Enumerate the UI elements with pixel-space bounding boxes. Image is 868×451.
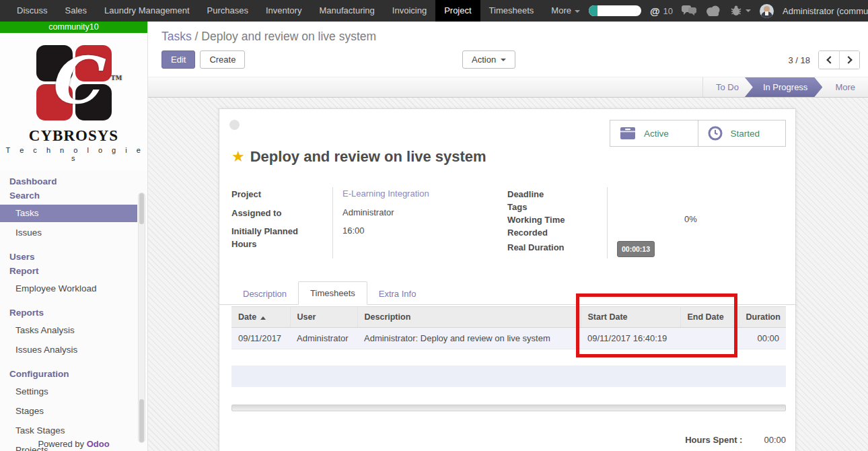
- horizontal-scrollbar[interactable]: [231, 405, 786, 411]
- menu-purchases[interactable]: Purchases: [198, 0, 257, 22]
- form-sheet: Active Started ★ Deploy and review on li…: [219, 108, 796, 451]
- sidebar-item-tasks-analysis[interactable]: Tasks Analysis: [0, 322, 147, 339]
- started-stat-button[interactable]: Started: [698, 120, 786, 146]
- menu-sales[interactable]: Sales: [57, 0, 96, 22]
- cloud-icon[interactable]: [705, 5, 721, 16]
- mentions-counter[interactable]: @ 10: [650, 5, 673, 17]
- field-label-assigned-to: Assigned to: [231, 206, 332, 224]
- menu-more[interactable]: More: [542, 0, 589, 22]
- cell-user: Administrator: [290, 328, 357, 349]
- sidebar-item-users[interactable]: Users: [0, 250, 147, 264]
- menu-discuss[interactable]: Discuss: [8, 0, 57, 22]
- cell-date: 09/11/2017: [231, 328, 290, 349]
- debug-bug-icon[interactable]: [730, 5, 751, 16]
- archive-icon: [620, 127, 636, 140]
- chat-icon[interactable]: [682, 5, 696, 16]
- cell-end-date: [680, 328, 739, 349]
- column-header-date[interactable]: Date: [231, 307, 290, 328]
- powered-by-text: Powered by: [38, 439, 84, 449]
- main-content: Tasks / Deploy and review on live system…: [148, 22, 868, 451]
- sidebar-item-stages[interactable]: Stages: [0, 403, 147, 420]
- scrollbar-thumb[interactable]: [139, 399, 144, 442]
- tab-timesheets[interactable]: Timesheets: [298, 281, 367, 305]
- breadcrumb-tasks[interactable]: Tasks: [161, 30, 192, 43]
- avatar-collar: [765, 11, 768, 15]
- sidebar-item-search[interactable]: Search: [0, 188, 147, 203]
- pager-previous-button[interactable]: [819, 51, 839, 69]
- statusbar: To Do In Progress More: [148, 77, 868, 98]
- favorite-star-icon[interactable]: ★: [231, 149, 245, 164]
- sidebar-item-configuration[interactable]: Configuration: [0, 367, 147, 381]
- stage-in-progress[interactable]: In Progress: [745, 77, 822, 97]
- hours-spent-summary: Hours Spent : 00:00: [231, 435, 786, 445]
- tab-description[interactable]: Description: [231, 283, 298, 305]
- chevron-right-icon: [844, 56, 852, 63]
- active-stat-button[interactable]: Active: [610, 120, 698, 146]
- field-value-project[interactable]: E-Learning Integration: [342, 188, 429, 199]
- stage-more[interactable]: More: [822, 77, 868, 97]
- menu-more-label: More: [551, 5, 571, 15]
- menu-project[interactable]: Project: [435, 0, 480, 22]
- trademark-mark: TM: [111, 38, 122, 118]
- table-row[interactable]: 09/11/2017 Administrator Administrator: …: [231, 328, 786, 349]
- odoo-link[interactable]: Odoo: [87, 439, 110, 449]
- cybrosys-logo-icon: CTM: [36, 45, 112, 120]
- pager-next-button[interactable]: [839, 51, 859, 69]
- pager-count: 3 / 18: [788, 55, 810, 65]
- sidebar-item-report[interactable]: Report: [0, 264, 147, 278]
- cell-description: Administrator: Deploy and review on live…: [357, 328, 581, 349]
- field-groups: Project E-Learning Integration Assigned …: [231, 187, 785, 258]
- sidebar-item-dashboard[interactable]: Dashboard: [0, 174, 147, 188]
- sidebar-item-employee-workload[interactable]: Employee Workload: [0, 280, 147, 298]
- stage-buttons: To Do In Progress More: [702, 77, 868, 97]
- menu-inventory[interactable]: Inventory: [257, 0, 310, 22]
- column-header-description[interactable]: Description: [357, 307, 581, 328]
- user-menu-label: Administrator (commun...: [783, 6, 868, 16]
- table-header-row: Date User Description Start Date End Dat…: [231, 307, 786, 328]
- stage-to-do[interactable]: To Do: [703, 77, 752, 97]
- powered-by: Powered by Odoo: [0, 439, 147, 449]
- stat-button-box: Active Started: [610, 120, 786, 147]
- column-header-start-date[interactable]: Start Date: [581, 307, 680, 328]
- column-header-duration[interactable]: Duration: [739, 307, 786, 328]
- scrollbar-thumb[interactable]: [139, 193, 144, 224]
- tab-extra-info[interactable]: Extra Info: [367, 283, 428, 305]
- sidebar-item-issues[interactable]: Issues: [0, 224, 147, 242]
- field-value-tags: [607, 200, 785, 213]
- control-panel: Tasks / Deploy and review on live system…: [148, 22, 868, 77]
- sidebar-scrollbar[interactable]: [138, 193, 145, 443]
- menu-invoicing[interactable]: Invoicing: [384, 0, 435, 22]
- breadcrumb: Tasks / Deploy and review on live system: [148, 22, 868, 44]
- field-label-working-time-recorded: Working Time Recorded: [507, 213, 607, 240]
- menu-manufacturing[interactable]: Manufacturing: [310, 0, 383, 22]
- hours-spent-value: 00:00: [764, 435, 786, 445]
- kanban-state-dot[interactable]: [229, 120, 240, 130]
- column-header-end-date[interactable]: End Date: [680, 307, 739, 328]
- task-title: Deploy and review on live system: [250, 148, 486, 166]
- company-logo: CTM CYBROSYS T e c h n o l o g i e s: [0, 33, 147, 170]
- avatar[interactable]: [760, 4, 774, 18]
- create-button[interactable]: Create: [200, 50, 245, 69]
- sidebar-item-reports[interactable]: Reports: [0, 306, 147, 320]
- timer-progress-fill: [589, 5, 598, 16]
- timer-progress-pill[interactable]: [589, 5, 641, 16]
- pager: 3 / 18: [788, 50, 860, 69]
- sidebar-item-settings[interactable]: Settings: [0, 383, 147, 401]
- column-header-user[interactable]: User: [290, 307, 357, 328]
- action-dropdown-button[interactable]: Action: [462, 50, 515, 69]
- top-navbar: Discuss Sales Laundry Management Purchas…: [0, 0, 868, 22]
- menu-laundry-management[interactable]: Laundry Management: [96, 0, 198, 22]
- field-group-right: Deadline Tags Working Time Recorded 0% R…: [507, 187, 785, 258]
- edit-button[interactable]: Edit: [161, 50, 195, 69]
- chevron-down-icon: [575, 10, 580, 13]
- sidebar-item-issues-analysis[interactable]: Issues Analysis: [0, 341, 147, 359]
- sidebar-item-task-stages[interactable]: Task Stages: [0, 422, 147, 440]
- user-menu[interactable]: Administrator (commun...: [783, 6, 868, 16]
- real-duration-badge: 00:00:13: [617, 241, 655, 257]
- sidebar-item-tasks[interactable]: Tasks: [0, 205, 137, 222]
- systray: @ 10 Administrator (commun...: [589, 4, 868, 18]
- sidebar-menu: Dashboard Search Tasks Issues Users Repo…: [0, 170, 147, 451]
- menu-timesheets[interactable]: Timesheets: [480, 0, 543, 22]
- field-value-working-time-recorded: 0%: [684, 213, 697, 226]
- tab-bar: Description Timesheets Extra Info: [219, 281, 795, 305]
